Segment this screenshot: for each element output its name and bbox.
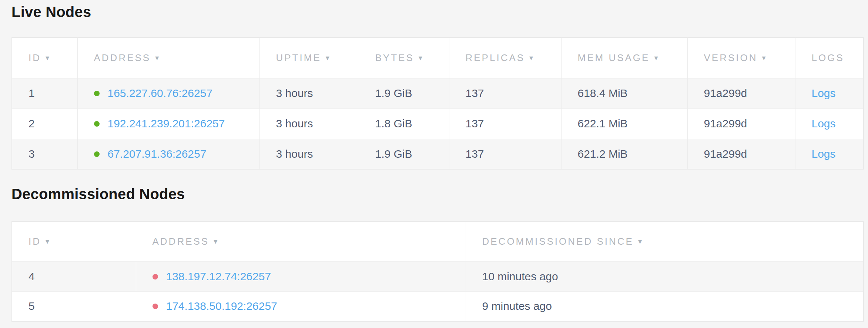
column-label: ID — [29, 236, 41, 247]
table-row: 2 192.241.239.201:26257 3 hours 1.8 GiB … — [12, 108, 864, 139]
column-label: BYTES — [375, 52, 414, 63]
live-col-header-replicas[interactable]: REPLICAS▾ — [449, 37, 561, 78]
node-replicas-cell: 137 — [449, 108, 561, 139]
node-uptime-cell: 3 hours — [259, 108, 359, 139]
node-logs-cell: Logs — [795, 108, 864, 139]
node-address-link[interactable]: 138.197.12.74:26257 — [166, 270, 271, 282]
decommissioned-nodes-section: Decommissioned Nodes ID▾ ADDRESS▾ DECOMM… — [11, 186, 863, 322]
node-decommissioned-status-dot-icon — [153, 274, 158, 280]
live-col-header-mem-usage[interactable]: MEM USAGE▾ — [561, 37, 687, 78]
decommissioned-nodes-title: Decommissioned Nodes — [11, 186, 863, 202]
node-logs-cell: Logs — [795, 139, 864, 169]
live-nodes-header-row: ID▾ ADDRESS▾ UPTIME▾ BYTES▾ REPLICAS▾ ME… — [12, 37, 864, 78]
live-col-header-bytes[interactable]: BYTES▾ — [359, 37, 449, 78]
node-address-link[interactable]: 67.207.91.36:26257 — [108, 148, 207, 160]
column-label: ADDRESS — [153, 236, 210, 247]
node-id-cell: 2 — [12, 108, 77, 139]
sort-desc-icon: ▾ — [155, 53, 159, 62]
live-col-header-address[interactable]: ADDRESS▾ — [77, 37, 259, 78]
node-version-cell: 91a299d — [687, 139, 795, 169]
live-nodes-title: Live Nodes — [11, 4, 863, 20]
node-bytes-cell: 1.9 GiB — [359, 139, 449, 169]
sort-desc-icon: ▾ — [762, 53, 766, 62]
sort-desc-icon: ▾ — [326, 53, 329, 62]
node-replicas-cell: 137 — [449, 139, 561, 169]
live-nodes-section: Live Nodes ID▾ ADDRESS▾ UPTIME▾ BYTES▾ R… — [11, 4, 863, 170]
dec-col-header-decommissioned-since[interactable]: DECOMMISSIONED SINCE▾ — [466, 221, 864, 261]
dec-col-header-id[interactable]: ID▾ — [12, 221, 136, 261]
node-decommissioned-since-cell: 10 minutes ago — [466, 261, 864, 291]
live-col-header-version[interactable]: VERSION▾ — [687, 37, 795, 78]
node-address-cell: 165.227.60.76:26257 — [77, 78, 259, 108]
node-live-status-dot-icon — [94, 151, 100, 157]
node-id-cell: 1 — [12, 78, 77, 108]
live-col-header-id[interactable]: ID▾ — [12, 37, 77, 78]
node-address-cell: 192.241.239.201:26257 — [77, 108, 259, 139]
node-replicas-cell: 137 — [449, 78, 561, 108]
decommissioned-nodes-header-row: ID▾ ADDRESS▾ DECOMMISSIONED SINCE▾ — [12, 221, 864, 261]
node-uptime-cell: 3 hours — [259, 78, 359, 108]
cluster-nodes-page: Live Nodes ID▾ ADDRESS▾ UPTIME▾ BYTES▾ R… — [0, 0, 868, 322]
table-row: 4 138.197.12.74:26257 10 minutes ago — [12, 261, 864, 291]
node-address-cell: 174.138.50.192:26257 — [136, 291, 466, 321]
node-address-link[interactable]: 174.138.50.192:26257 — [166, 300, 277, 312]
column-label: VERSION — [704, 52, 758, 63]
node-live-status-dot-icon — [94, 121, 100, 127]
sort-desc-icon: ▾ — [529, 53, 533, 62]
node-decommissioned-status-dot-icon — [153, 304, 158, 309]
node-logs-link[interactable]: Logs — [812, 87, 836, 99]
sort-desc-icon: ▾ — [638, 237, 642, 246]
column-label: DECOMMISSIONED SINCE — [482, 236, 634, 247]
sort-desc-icon: ▾ — [654, 53, 658, 62]
node-bytes-cell: 1.8 GiB — [359, 108, 449, 139]
node-mem-usage-cell: 622.1 MiB — [561, 108, 687, 139]
node-bytes-cell: 1.9 GiB — [359, 78, 449, 108]
node-id-cell: 4 — [12, 261, 136, 291]
dec-col-header-address[interactable]: ADDRESS▾ — [136, 221, 466, 261]
column-label: UPTIME — [276, 52, 321, 63]
node-mem-usage-cell: 618.4 MiB — [561, 78, 687, 108]
column-label: ID — [29, 52, 41, 63]
column-label: LOGS — [812, 52, 844, 63]
sort-desc-icon: ▾ — [419, 53, 422, 62]
node-id-cell: 3 — [12, 139, 77, 169]
node-address-cell: 138.197.12.74:26257 — [136, 261, 466, 291]
node-address-cell: 67.207.91.36:26257 — [77, 139, 259, 169]
sort-desc-icon: ▾ — [46, 53, 49, 62]
node-logs-link[interactable]: Logs — [812, 148, 836, 160]
sort-desc-icon: ▾ — [214, 237, 217, 246]
live-nodes-table: ID▾ ADDRESS▾ UPTIME▾ BYTES▾ REPLICAS▾ ME… — [11, 37, 864, 170]
decommissioned-nodes-table: ID▾ ADDRESS▾ DECOMMISSIONED SINCE▾ 4 138… — [11, 221, 864, 322]
table-row: 1 165.227.60.76:26257 3 hours 1.9 GiB 13… — [12, 78, 864, 108]
node-logs-link[interactable]: Logs — [812, 117, 836, 130]
node-mem-usage-cell: 621.2 MiB — [561, 139, 687, 169]
node-address-link[interactable]: 165.227.60.76:26257 — [108, 87, 213, 99]
node-id-cell: 5 — [12, 291, 136, 321]
sort-desc-icon: ▾ — [46, 237, 49, 246]
column-label: ADDRESS — [94, 52, 151, 63]
live-col-header-uptime[interactable]: UPTIME▾ — [259, 37, 359, 78]
node-version-cell: 91a299d — [687, 108, 795, 139]
column-label: MEM USAGE — [578, 52, 650, 63]
node-version-cell: 91a299d — [687, 78, 795, 108]
node-logs-cell: Logs — [795, 78, 864, 108]
node-address-link[interactable]: 192.241.239.201:26257 — [108, 117, 225, 130]
live-col-header-logs: LOGS — [795, 37, 864, 78]
table-row: 3 67.207.91.36:26257 3 hours 1.9 GiB 137… — [12, 139, 864, 169]
node-live-status-dot-icon — [94, 91, 100, 96]
column-label: REPLICAS — [466, 52, 525, 63]
node-decommissioned-since-cell: 9 minutes ago — [466, 291, 864, 321]
node-uptime-cell: 3 hours — [259, 139, 359, 169]
table-row: 5 174.138.50.192:26257 9 minutes ago — [12, 291, 864, 321]
